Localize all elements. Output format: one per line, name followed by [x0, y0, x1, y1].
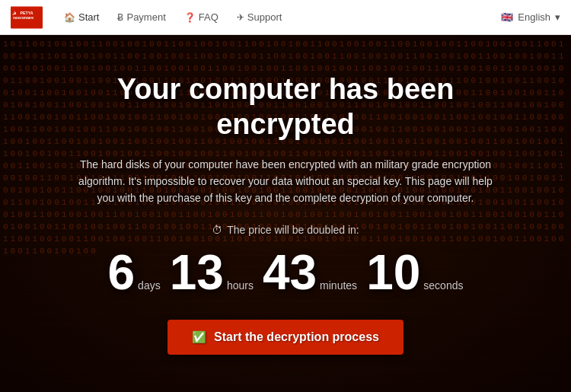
nav-payment-label: Payment	[126, 11, 165, 23]
faq-icon: ❓	[184, 12, 196, 23]
days-label: days	[138, 279, 161, 292]
home-icon: 🏠	[64, 12, 75, 23]
days-value: 6	[108, 248, 136, 297]
navbar: ☭ PETYA RANSOMWARE 🏠 Start Ƀ Payment ❓ F…	[0, 0, 571, 35]
nav-item-faq[interactable]: ❓ FAQ	[177, 7, 226, 27]
hours-label: hours	[227, 279, 254, 292]
cta-button-label: Start the decryption process	[214, 330, 379, 344]
countdown-seconds: 10 seconds	[366, 248, 463, 297]
countdown-minutes: 43 minutes	[263, 248, 357, 297]
start-decryption-button[interactable]: ✅ Start the decryption process	[167, 320, 404, 355]
minutes-value: 43	[263, 248, 317, 297]
hours-value: 13	[170, 248, 224, 297]
price-notice-text: The price will be doubled in:	[227, 224, 359, 236]
flag-icon: 🇬🇧	[501, 11, 513, 23]
countdown-days: 6 days	[108, 248, 161, 297]
payment-icon: Ƀ	[117, 12, 123, 23]
countdown-hours: 13 hours	[170, 248, 254, 297]
brand-logo-container: ☭ PETYA RANSOMWARE	[11, 5, 43, 30]
support-icon: ✈	[237, 12, 244, 23]
nav-item-start[interactable]: 🏠 Start	[56, 7, 107, 27]
minutes-label: minutes	[320, 279, 357, 292]
nav-start-label: Start	[78, 11, 99, 23]
nav-item-support[interactable]: ✈ Support	[229, 7, 290, 27]
svg-text:RANSOMWARE: RANSOMWARE	[13, 17, 34, 20]
seconds-label: seconds	[423, 279, 463, 292]
language-selector[interactable]: 🇬🇧 English ▾	[501, 11, 560, 23]
hero-content: Your computer has been encrypted The har…	[0, 72, 571, 354]
svg-text:PETYA: PETYA	[21, 11, 33, 15]
clock-icon: ⏱	[212, 224, 222, 236]
language-label: English	[518, 11, 550, 23]
countdown: 6 days 13 hours 43 minutes 10 seconds	[108, 248, 464, 297]
nav-links: 🏠 Start Ƀ Payment ❓ FAQ ✈ Support	[56, 7, 501, 27]
seconds-value: 10	[366, 248, 420, 297]
chevron-down-icon: ▾	[555, 11, 560, 23]
nav-item-payment[interactable]: Ƀ Payment	[110, 7, 173, 27]
brand-svg: ☭ PETYA RANSOMWARE	[11, 5, 43, 30]
price-notice: ⏱ The price will be doubled in:	[212, 224, 359, 236]
nav-faq-label: FAQ	[199, 11, 219, 23]
hero-section: 1011001001001100100100110010010011001001…	[0, 35, 571, 392]
hero-title: Your computer has been encrypted	[46, 72, 525, 142]
nav-support-label: Support	[247, 11, 282, 23]
check-shield-icon: ✅	[192, 330, 206, 344]
hero-description: The hard disks of your computer have bee…	[72, 156, 499, 207]
